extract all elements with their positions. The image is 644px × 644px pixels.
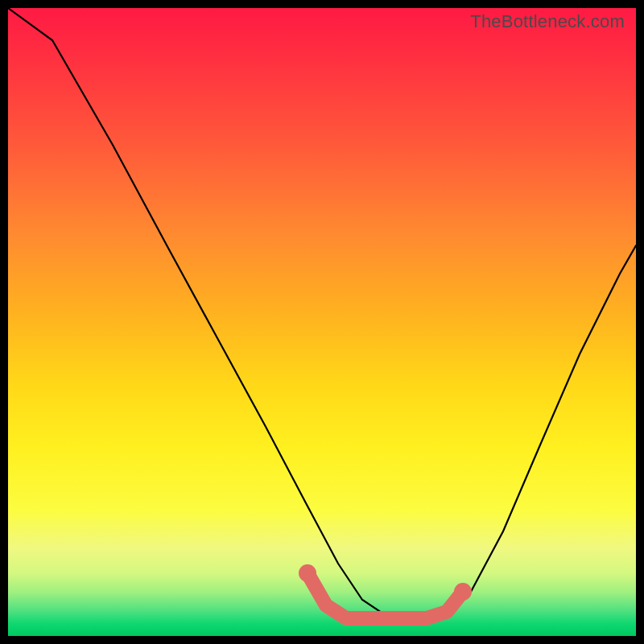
chart-svg (8, 8, 636, 636)
marker-endpoint (454, 583, 472, 601)
watermark-text: TheBottleneck.com (470, 11, 625, 32)
bottleneck-curve (8, 8, 636, 616)
match-marker-band (308, 573, 463, 618)
chart-frame: TheBottleneck.com (8, 8, 636, 636)
marker-endpoint (299, 564, 316, 582)
